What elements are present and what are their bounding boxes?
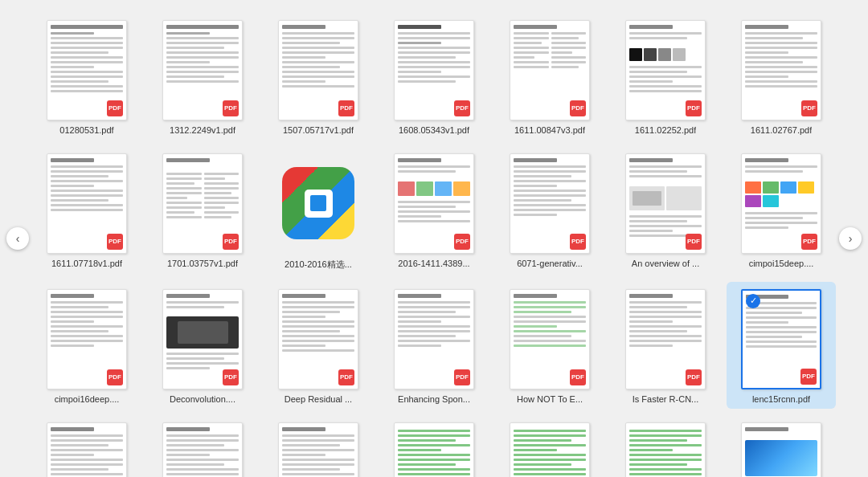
file-name: 1611.02252.pdf xyxy=(635,125,696,135)
list-item[interactable]: PDF 6071-generativ... xyxy=(495,146,604,275)
list-item[interactable]: PDF NOC.pdf xyxy=(727,415,836,477)
list-item[interactable]: PDF Enhancing Spon... xyxy=(379,282,489,409)
file-name: Deep Residual ... xyxy=(285,394,352,404)
file-name: Enhancing Spon... xyxy=(398,394,470,404)
list-item[interactable]: ✓ PDF lenc15rcnn.pdf xyxy=(727,282,836,409)
pdf-badge: PDF xyxy=(686,100,702,116)
pdf-badge: PDF xyxy=(570,369,586,385)
file-name: 1608.05343v1.pdf xyxy=(399,125,469,135)
list-item[interactable]: PDF 1611.02252.pdf xyxy=(611,13,720,140)
pdf-badge: PDF xyxy=(801,234,817,250)
list-item[interactable]: PDF 1507.05717v1.pdf xyxy=(264,13,373,140)
list-item[interactable]: PDF How NOT To E... xyxy=(495,282,604,409)
pdf-badge: PDF xyxy=(800,369,817,385)
file-name: How NOT To E... xyxy=(517,394,583,404)
nav-back-button[interactable]: ‹ xyxy=(6,227,29,250)
list-item[interactable]: PDF An overview of ... xyxy=(611,146,720,275)
file-name: 1611.00847v3.pdf xyxy=(514,125,585,135)
pdf-badge: PDF xyxy=(454,369,470,385)
file-name: cimpoi15deep.... xyxy=(749,259,814,268)
list-item[interactable]: PDF cimpoi16deep.... xyxy=(32,282,141,409)
list-item[interactable]: PDF 1611.00847v3.pdf xyxy=(495,13,604,140)
list-item[interactable]: 2010-2016精选... xyxy=(264,146,373,275)
file-name: 1312.2249v1.pdf xyxy=(170,125,235,135)
pdf-badge: PDF xyxy=(686,234,702,250)
file-name: 1701.03757v1.pdf xyxy=(167,259,238,268)
list-item[interactable]: PDF 1611.02767.pdf xyxy=(727,13,836,140)
list-item[interactable]: PDF 1312.2249v1.pdf xyxy=(148,13,257,140)
file-name: 1611.02767.pdf xyxy=(751,125,812,135)
list-item[interactable]: PDF 01280531.pdf xyxy=(32,13,141,140)
pdf-badge: PDF xyxy=(223,100,239,116)
list-item[interactable]: T nips2014.txt xyxy=(495,415,604,477)
file-name: An overview of ... xyxy=(632,259,699,268)
list-item[interactable]: T nips2015.txt xyxy=(611,415,720,477)
file-name: 2010-2016精选... xyxy=(285,259,352,271)
list-item[interactable]: PDF Is Faster R-CN... xyxy=(611,282,720,409)
pdf-badge: PDF xyxy=(570,234,586,250)
file-name: cimpoi16deep.... xyxy=(55,394,120,404)
list-item[interactable]: PDF nature17439.pdf xyxy=(32,415,141,477)
chevron-left-icon: ‹ xyxy=(16,232,20,245)
pdf-badge: PDF xyxy=(686,369,702,385)
selection-checkmark: ✓ xyxy=(746,294,760,308)
file-name: 1507.05717v1.pdf xyxy=(283,125,354,135)
pdf-badge: PDF xyxy=(454,234,470,250)
file-name: lenc15rcnn.pdf xyxy=(752,394,810,404)
file-grid: PDF 01280531.pdf xyxy=(0,0,868,477)
list-item[interactable]: PDF 1701.03757v1.pdf xyxy=(148,146,257,275)
list-item[interactable]: PDF 1611.07718v1.pdf xyxy=(32,146,141,275)
pdf-badge: PDF xyxy=(107,100,123,116)
list-item[interactable]: PDF 1608.05343v1.pdf xyxy=(379,13,489,140)
file-name: Deconvolution.... xyxy=(170,394,235,404)
list-item[interactable]: PDF cimpoi15deep.... xyxy=(727,146,836,275)
pdf-badge: PDF xyxy=(223,234,239,250)
pdf-badge: PDF xyxy=(107,369,123,385)
list-item[interactable]: PDF Neural Respon... xyxy=(264,415,373,477)
list-item[interactable]: PDF Deconvolution.... xyxy=(148,282,257,409)
pdf-badge: PDF xyxy=(223,369,239,385)
pdf-badge: PDF xyxy=(338,100,354,116)
chevron-right-icon: › xyxy=(849,232,853,245)
file-name: 6071-generativ... xyxy=(517,259,583,268)
list-item[interactable]: PDF 2016-1411.4389... xyxy=(379,146,489,275)
nav-forward-button[interactable]: › xyxy=(839,227,862,250)
list-item[interactable]: PDF nature20101(1).... xyxy=(148,415,257,477)
file-name: Is Faster R-CN... xyxy=(633,394,699,404)
pdf-badge: PDF xyxy=(107,234,123,250)
pdf-badge: PDF xyxy=(338,369,354,385)
pdf-badge: PDF xyxy=(801,100,817,116)
list-item[interactable]: PDF Deep Residual ... xyxy=(264,282,373,409)
file-name: 1611.07718v1.pdf xyxy=(51,259,122,268)
file-name: 2016-1411.4389... xyxy=(398,259,469,268)
file-name: 01280531.pdf xyxy=(59,125,113,135)
pdf-badge: PDF xyxy=(454,100,470,116)
pdf-badge: PDF xyxy=(570,100,586,116)
list-item[interactable]: T nips2013.txt xyxy=(379,415,489,477)
